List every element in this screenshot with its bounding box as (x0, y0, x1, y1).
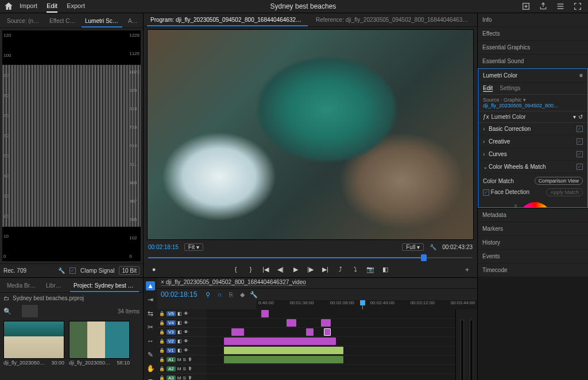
panel-menu-icon[interactable]: ≡ (579, 72, 583, 79)
workspace-tab-export[interactable]: Export (67, 0, 85, 13)
tab-audio[interactable]: Audi (125, 15, 140, 28)
wheels-toggle[interactable] (577, 164, 583, 170)
timeline-timecode[interactable]: 00:02:18:15 (161, 290, 197, 298)
bin-thumb-icon[interactable] (22, 305, 38, 317)
track-header-v3[interactable]: 🔒V3◧👁 (157, 328, 207, 337)
section-color-wheels[interactable]: ⌄Color Wheels & Match (478, 161, 587, 173)
program-tab[interactable]: Program: dji_fly_20230505_094502_800_168… (147, 14, 308, 26)
lumetri-effect-dropdown[interactable]: Lumetri Color (492, 114, 571, 120)
comparison-view-button[interactable]: Comparison View (535, 177, 583, 185)
linked-selection-icon[interactable]: ⎘ (227, 290, 235, 298)
bit-depth-dropdown[interactable]: 10 Bit (119, 266, 140, 275)
lumetri-tab-settings[interactable]: Settings (500, 85, 520, 92)
section-creative[interactable]: ›Creative (478, 135, 587, 148)
basic-toggle[interactable] (577, 126, 583, 132)
snap-icon[interactable]: ⚲ (204, 290, 212, 298)
type-tool[interactable]: T (146, 378, 155, 380)
clip[interactable] (287, 319, 296, 327)
markers-icon[interactable]: ◆ (238, 290, 246, 298)
time-ruler[interactable]: 0:40:0000:01:36:0000:02:08:0000:02:40:00… (256, 300, 477, 309)
track-select-tool[interactable]: ⇥ (146, 295, 155, 304)
tab-effect-controls[interactable]: Effect Controls (46, 15, 79, 28)
sequence-tab[interactable]: × dji_fly_20230505_094502_800_1684404646… (161, 279, 306, 286)
clip[interactable] (224, 347, 343, 354)
project-clip-1[interactable]: dji_fly_20230505_130002…58:10 (69, 321, 130, 366)
panel-essential-graphics[interactable]: Essential Graphics (478, 41, 588, 55)
panel-metadata[interactable]: Metadata (478, 208, 588, 222)
hand-tool[interactable]: ✋ (146, 364, 155, 373)
reference-tab[interactable]: Reference: dji_fly_20230505_094502_800_1… (312, 14, 473, 26)
apply-match-button[interactable]: Apply Match (546, 188, 583, 196)
button-editor-icon[interactable]: ＋ (462, 265, 471, 274)
project-clip-0[interactable]: dji_fly_20230505_094212…30:00 (3, 321, 64, 366)
panel-timecode[interactable]: Timecode (478, 263, 588, 277)
tab-libraries[interactable]: Libraries (42, 280, 68, 292)
clip[interactable] (231, 328, 244, 336)
home-icon[interactable] (3, 1, 14, 11)
workspace-menu-icon[interactable] (556, 2, 565, 11)
settings-icon[interactable]: 🔧 (250, 290, 258, 298)
magnet-icon[interactable]: ∩ (215, 290, 223, 298)
workspace-tab-import[interactable]: Import (20, 0, 37, 13)
track-header-v1[interactable]: 🔒V1◧👁 (157, 346, 207, 355)
slip-tool[interactable]: ↔ (146, 336, 155, 346)
track-header-a2[interactable]: 🔒A2MS🎙 (157, 365, 207, 374)
tab-lumetri-scopes[interactable]: Lumetri Scopes (82, 15, 122, 28)
panel-info[interactable]: Info (478, 13, 588, 27)
creative-toggle[interactable] (577, 138, 583, 145)
zoom-fit-dropdown[interactable]: Fit ▾ (184, 243, 203, 251)
clip[interactable] (224, 338, 336, 345)
track-header-v4[interactable]: 🔒V4◧👁 (157, 319, 207, 328)
curves-toggle[interactable] (577, 151, 583, 157)
step-forward-icon[interactable]: |▶ (306, 265, 315, 274)
play-icon[interactable]: ▶ (291, 265, 300, 274)
settings-wrench-icon[interactable]: 🔧 (430, 244, 436, 250)
track-header-a3[interactable]: 🔒A3MS🎙 (157, 374, 207, 380)
lumetri-source[interactable]: Source · Graphic ▾ dji_fly_20230505_0945… (478, 95, 587, 111)
comparison-icon[interactable]: ◧ (381, 265, 390, 274)
step-back-icon[interactable]: ◀| (276, 265, 285, 274)
workspace-tab-edit[interactable]: Edit (47, 0, 57, 13)
tab-source[interactable]: Source: (no clips) (3, 15, 44, 28)
program-preview[interactable] (147, 29, 474, 240)
fullscreen-icon[interactable] (573, 2, 582, 11)
selection-tool[interactable]: ▲ (146, 281, 155, 290)
tab-project[interactable]: Project: Sydney best beaches (70, 280, 139, 292)
waveform-scope[interactable]: 1201009080706050403020100 12281125102392… (2, 30, 141, 261)
go-to-in-icon[interactable]: |◀ (261, 265, 270, 274)
clip[interactable] (261, 310, 269, 317)
lift-icon[interactable]: ⤴ (336, 265, 345, 274)
reset-icon[interactable]: ↺ (578, 114, 583, 120)
wrench-icon[interactable]: 🔧 (58, 267, 65, 274)
search-icon[interactable]: 🔍 (3, 308, 17, 315)
quick-export-icon[interactable] (521, 2, 531, 11)
program-scrubber[interactable] (148, 253, 473, 262)
section-curves[interactable]: ›Curves (478, 148, 587, 161)
panel-markers[interactable]: Markers (478, 222, 588, 236)
export-frame-icon[interactable]: 📷 (366, 265, 375, 274)
mark-out-icon[interactable]: } (246, 265, 256, 274)
track-area[interactable] (207, 309, 455, 380)
ripple-edit-tool[interactable]: ⇆ (146, 309, 155, 318)
midtones-wheel[interactable] (519, 202, 551, 208)
add-marker-icon[interactable]: ● (149, 265, 158, 274)
track-header-a1[interactable]: 🔒A1MS🎙 (157, 355, 207, 365)
mark-in-icon[interactable]: { (231, 265, 241, 274)
track-header-v5[interactable]: 🔒V5◧👁 (157, 309, 207, 319)
panel-essential-sound[interactable]: Essential Sound (478, 55, 588, 68)
track-header-v2[interactable]: 🔒V2◧👁 (157, 337, 207, 346)
lumetri-title[interactable]: Lumetri Color≡ (478, 69, 587, 83)
lumetri-tab-edit[interactable]: Edit (483, 85, 493, 92)
face-detection-checkbox[interactable] (483, 189, 489, 196)
pen-tool[interactable]: ✎ (146, 350, 155, 359)
razor-tool[interactable]: ✂ (146, 323, 155, 332)
panel-events[interactable]: Events (478, 250, 588, 263)
tab-media-browser[interactable]: Media Browser (3, 280, 40, 292)
program-timecode[interactable]: 00:02:18:15 (148, 244, 179, 250)
clamp-signal-checkbox[interactable] (69, 267, 76, 274)
share-icon[interactable] (539, 2, 548, 11)
resolution-dropdown[interactable]: Full ▾ (402, 243, 424, 251)
section-basic-correction[interactable]: ›Basic Correction (478, 123, 587, 135)
panel-history[interactable]: History (478, 236, 588, 250)
go-to-out-icon[interactable]: ▶| (321, 265, 330, 274)
